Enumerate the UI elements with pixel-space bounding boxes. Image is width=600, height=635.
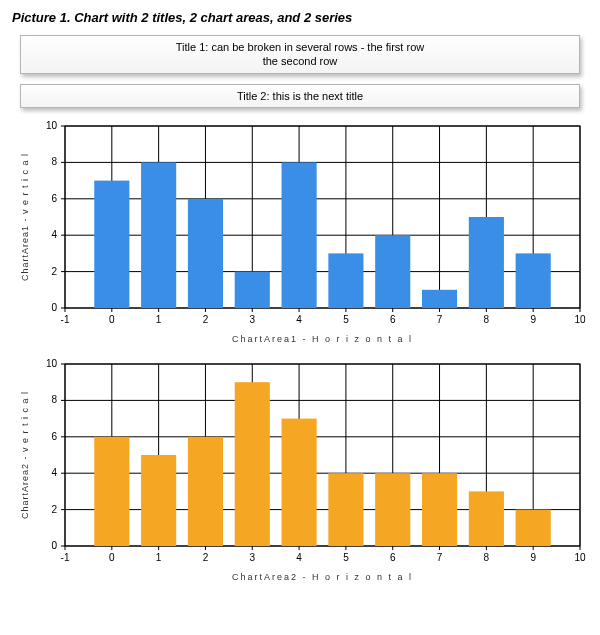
xtick-label: 3 — [249, 314, 255, 325]
bar — [282, 418, 317, 545]
xtick-label: 7 — [437, 552, 443, 563]
xtick-label: 5 — [343, 314, 349, 325]
ytick-label: 10 — [46, 120, 58, 131]
bar — [469, 217, 504, 308]
ytick-label: 6 — [51, 431, 57, 442]
ytick-label: 2 — [51, 503, 57, 514]
chart-area-1: 0246810-1012345678910ChartArea1 - v e r … — [10, 118, 590, 348]
xtick-label: -1 — [61, 552, 70, 563]
bar — [188, 437, 223, 546]
xtick-label: 5 — [343, 552, 349, 563]
bar — [188, 199, 223, 308]
xtick-label: 1 — [156, 552, 162, 563]
bar — [235, 271, 270, 307]
ytick-label: 6 — [51, 193, 57, 204]
chart-title-1: Title 1: can be broken in several rows -… — [20, 35, 580, 74]
xtick-label: 0 — [109, 552, 115, 563]
xtick-label: 4 — [296, 552, 302, 563]
bar — [422, 290, 457, 308]
chart-title-2-text: Title 2: this is the next title — [237, 90, 363, 102]
bar — [469, 491, 504, 546]
chart-area-2-svg: 0246810-1012345678910ChartArea2 - v e r … — [10, 356, 590, 586]
bar — [141, 162, 176, 308]
bar — [516, 509, 551, 545]
xtick-label: 10 — [574, 314, 586, 325]
bar — [328, 253, 363, 308]
xtick-label: -1 — [61, 314, 70, 325]
xtick-label: 2 — [203, 314, 209, 325]
xtick-label: 3 — [249, 552, 255, 563]
xtick-label: 0 — [109, 314, 115, 325]
bar — [282, 162, 317, 308]
xtick-label: 4 — [296, 314, 302, 325]
ytick-label: 0 — [51, 540, 57, 551]
ytick-label: 10 — [46, 358, 58, 369]
ytick-label: 8 — [51, 394, 57, 405]
bar — [516, 253, 551, 308]
xtick-label: 8 — [484, 314, 490, 325]
xtick-label: 8 — [484, 552, 490, 563]
xtick-label: 6 — [390, 314, 396, 325]
bar — [375, 473, 410, 546]
chart-area-1-xlabel: ChartArea1 - H o r i z o n t a l — [232, 334, 413, 344]
chart-area-2-ylabel: ChartArea2 - v e r t i c a l — [20, 391, 30, 519]
ytick-label: 4 — [51, 467, 57, 478]
chart-title-1-line2: the second row — [29, 54, 571, 68]
bar — [375, 235, 410, 308]
chart-area-2: 0246810-1012345678910ChartArea2 - v e r … — [10, 356, 590, 586]
bar — [328, 473, 363, 546]
xtick-label: 1 — [156, 314, 162, 325]
ytick-label: 8 — [51, 156, 57, 167]
bar — [94, 180, 129, 307]
xtick-label: 7 — [437, 314, 443, 325]
chart-title-1-line1: Title 1: can be broken in several rows -… — [29, 40, 571, 54]
bar — [422, 473, 457, 546]
chart-title-2: Title 2: this is the next title — [20, 84, 580, 108]
ytick-label: 4 — [51, 229, 57, 240]
chart-area-1-svg: 0246810-1012345678910ChartArea1 - v e r … — [10, 118, 590, 348]
xtick-label: 2 — [203, 552, 209, 563]
xtick-label: 10 — [574, 552, 586, 563]
chart-area-1-ylabel: ChartArea1 - v e r t i c a l — [20, 153, 30, 281]
chart-area-2-xlabel: ChartArea2 - H o r i z o n t a l — [232, 572, 413, 582]
xtick-label: 6 — [390, 552, 396, 563]
bar — [141, 455, 176, 546]
xtick-label: 9 — [530, 314, 536, 325]
ytick-label: 2 — [51, 265, 57, 276]
figure-caption: Picture 1. Chart with 2 titles, 2 chart … — [12, 10, 590, 25]
bar — [235, 382, 270, 546]
ytick-label: 0 — [51, 302, 57, 313]
bar — [94, 437, 129, 546]
xtick-label: 9 — [530, 552, 536, 563]
